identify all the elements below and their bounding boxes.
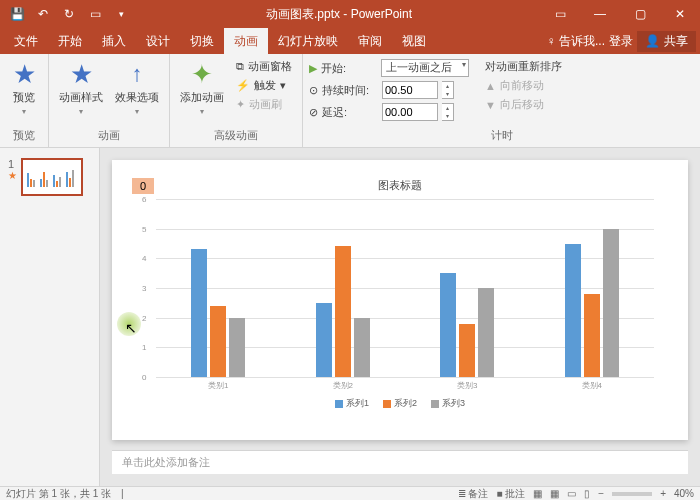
menu-tab-3[interactable]: 设计 <box>136 28 180 54</box>
maximize-button[interactable]: ▢ <box>620 0 660 28</box>
ribbon-group-timing: ▶ 开始: 上一动画之后 ⊙ 持续时间: ▴▾ ⊘ 延迟: ▴▾ <box>303 54 700 147</box>
quick-access-toolbar: 💾 ↶ ↻ ▭ ▾ <box>0 5 138 23</box>
undo-icon[interactable]: ↶ <box>34 5 52 23</box>
thumb-number: 1 <box>8 158 17 170</box>
menu-tab-7[interactable]: 审阅 <box>348 28 392 54</box>
zoom-level[interactable]: 40% <box>674 488 694 499</box>
document-title: 动画图表.pptx - PowerPoint <box>138 6 540 23</box>
close-button[interactable]: ✕ <box>660 0 700 28</box>
view-normal-icon[interactable]: ▦ <box>533 488 542 499</box>
comments-toggle[interactable]: ■ 批注 <box>496 487 525 501</box>
effect-options-button[interactable]: ↑ 效果选项 ▾ <box>111 58 163 118</box>
duration-spinner[interactable]: ▴▾ <box>442 81 454 99</box>
delay-icon: ⊘ <box>309 106 318 119</box>
menu-tab-0[interactable]: 文件 <box>4 28 48 54</box>
start-row: ▶ 开始: 上一动画之后 <box>309 58 469 78</box>
menu-tab-5[interactable]: 动画 <box>224 28 268 54</box>
preview-icon: ★ <box>10 60 38 88</box>
menu-tab-8[interactable]: 视图 <box>392 28 436 54</box>
star-icon: ★ <box>67 60 95 88</box>
chevron-down-icon: ▾ <box>135 107 139 116</box>
zoom-out-button[interactable]: − <box>598 488 604 499</box>
play-icon: ▶ <box>309 62 317 75</box>
ribbon-options-icon[interactable]: ▭ <box>540 0 580 28</box>
bar <box>229 318 245 377</box>
qat-dropdown-icon[interactable]: ▾ <box>112 5 130 23</box>
view-sorter-icon[interactable]: ▦ <box>550 488 559 499</box>
ribbon: ★ 预览 ▾ 预览 ★ 动画样式 ▾ ↑ 效果选项 ▾ 动画 ✦ 添加动 <box>0 54 700 148</box>
group-label: 预览 <box>6 128 42 143</box>
preview-button[interactable]: ★ 预览 ▾ <box>6 58 42 118</box>
view-slideshow-icon[interactable]: ▯ <box>584 488 590 499</box>
menu-tab-6[interactable]: 幻灯片放映 <box>268 28 348 54</box>
group-label: 动画 <box>55 128 163 143</box>
move-forward-button: ▲ 向前移动 <box>481 77 566 94</box>
group-label: 高级动画 <box>176 128 296 143</box>
start-dropdown[interactable]: 上一动画之后 <box>381 59 469 77</box>
bar <box>584 294 600 377</box>
status-divider: | <box>121 488 124 499</box>
menu-tab-2[interactable]: 插入 <box>92 28 136 54</box>
animation-pane-button[interactable]: ⧉动画窗格 <box>232 58 296 75</box>
notes-pane[interactable]: 单击此处添加备注 <box>112 450 688 474</box>
chevron-down-icon: ▾ <box>200 107 204 116</box>
ribbon-group-advanced-animation: ✦ 添加动画 ▾ ⧉动画窗格 ⚡触发 ▾ ✦动画刷 高级动画 <box>170 54 303 147</box>
bar <box>335 246 351 377</box>
login-link[interactable]: 登录 <box>609 33 633 50</box>
start-slideshow-icon[interactable]: ▭ <box>86 5 104 23</box>
group-label: 计时 <box>309 128 694 143</box>
thumbnail-panel: 1 ★ <box>0 148 100 486</box>
zoom-slider[interactable] <box>612 492 652 496</box>
window-controls: — ▢ ✕ <box>580 0 700 28</box>
chart-legend: 系列1系列2系列3 <box>136 397 664 410</box>
minimize-button[interactable]: — <box>580 0 620 28</box>
bar <box>440 273 456 377</box>
titlebar: 💾 ↶ ↻ ▭ ▾ 动画图表.pptx - PowerPoint ▭ — ▢ ✕ <box>0 0 700 28</box>
share-button[interactable]: 👤 共享 <box>637 31 696 52</box>
delay-spinner[interactable]: ▴▾ <box>442 103 454 121</box>
arrow-up-icon: ↑ <box>123 60 151 88</box>
legend-item: 系列1 <box>335 397 369 410</box>
chevron-down-icon: ▾ <box>22 107 26 116</box>
chart[interactable]: 0123456类别1类别2类别3类别4 <box>156 199 654 377</box>
ribbon-group-preview: ★ 预览 ▾ 预览 <box>0 54 49 147</box>
menu-tab-1[interactable]: 开始 <box>48 28 92 54</box>
zoom-in-button[interactable]: + <box>660 488 666 499</box>
animation-painter-button: ✦动画刷 <box>232 96 296 113</box>
trigger-icon: ⚡ <box>236 79 250 92</box>
bar <box>478 288 494 377</box>
star-plus-icon: ✦ <box>188 60 216 88</box>
bar <box>565 244 581 378</box>
bar <box>191 249 207 377</box>
tell-me[interactable]: ♀ 告诉我... <box>547 33 605 50</box>
animation-order-badge[interactable]: 0 <box>132 178 154 194</box>
animation-style-button[interactable]: ★ 动画样式 ▾ <box>55 58 107 118</box>
slide-thumbnail[interactable] <box>21 158 83 196</box>
legend-item: 系列2 <box>383 397 417 410</box>
duration-row: ⊙ 持续时间: ▴▾ <box>309 80 469 100</box>
slide-canvas[interactable]: 0 图表标题 0123456类别1类别2类别3类别4 系列1系列2系列3 <box>112 160 688 440</box>
chart-title: 图表标题 <box>136 178 664 193</box>
bar <box>210 306 226 377</box>
bar <box>316 303 332 377</box>
animation-indicator-icon: ★ <box>8 170 17 181</box>
save-icon[interactable]: 💾 <box>8 5 26 23</box>
painter-icon: ✦ <box>236 98 245 111</box>
trigger-button[interactable]: ⚡触发 ▾ <box>232 77 296 94</box>
statusbar: 幻灯片 第 1 张，共 1 张 | ≣ 备注 ■ 批注 ▦ ▦ ▭ ▯ − + … <box>0 486 700 500</box>
slide-counter[interactable]: 幻灯片 第 1 张，共 1 张 <box>6 487 111 501</box>
notes-toggle[interactable]: ≣ 备注 <box>458 487 489 501</box>
view-reading-icon[interactable]: ▭ <box>567 488 576 499</box>
slide-area: ↖ 0 图表标题 0123456类别1类别2类别3类别4 系列1系列2系列3 单… <box>100 148 700 486</box>
reorder-label: 对动画重新排序 <box>481 58 566 75</box>
bar <box>459 324 475 377</box>
menu-tab-4[interactable]: 切换 <box>180 28 224 54</box>
add-animation-button[interactable]: ✦ 添加动画 ▾ <box>176 58 228 118</box>
delay-input[interactable] <box>382 103 438 121</box>
legend-item: 系列3 <box>431 397 465 410</box>
menubar: 文件开始插入设计切换动画幻灯片放映审阅视图 ♀ 告诉我... 登录 👤 共享 <box>0 28 700 54</box>
chevron-down-icon: ▾ <box>79 107 83 116</box>
redo-icon[interactable]: ↻ <box>60 5 78 23</box>
duration-input[interactable] <box>382 81 438 99</box>
bar <box>354 318 370 377</box>
